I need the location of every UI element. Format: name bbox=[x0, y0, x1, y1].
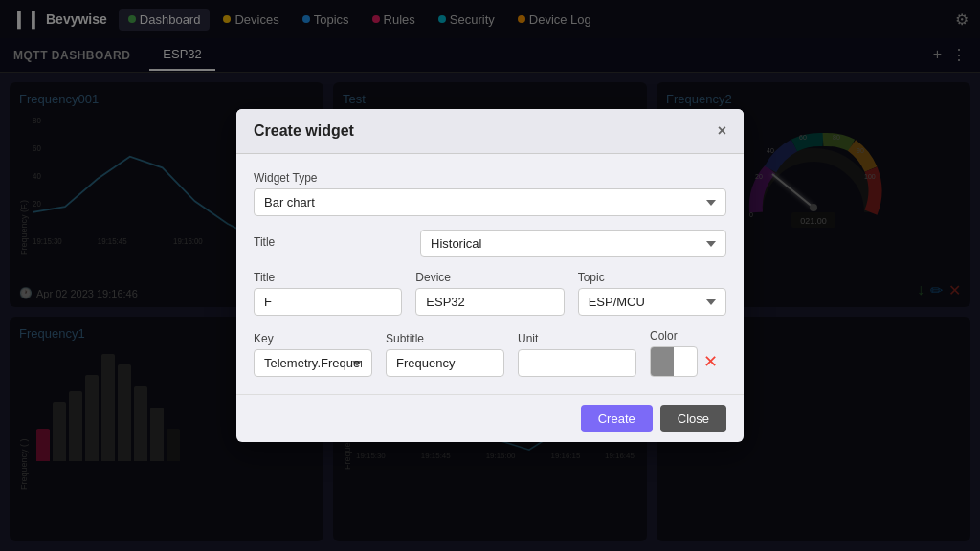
widget-type-select[interactable]: Bar chart Line chart Gauge Text bbox=[254, 188, 726, 216]
device-input[interactable] bbox=[415, 288, 564, 316]
subtitle-input[interactable] bbox=[386, 349, 504, 377]
topic-select[interactable]: ESP/MCU bbox=[578, 288, 726, 316]
key-select[interactable]: Telemetry.Frequency Telemetry.Temperatur… bbox=[254, 349, 372, 377]
row-title-device-topic: Title Device Topic ESP/MCU bbox=[254, 271, 726, 316]
key-field-group: Key Telemetry.Frequency Telemetry.Temper… bbox=[254, 332, 372, 377]
subtitle-field-group: Subtitle bbox=[386, 332, 504, 377]
unit-field-group: Unit bbox=[518, 332, 636, 377]
modal-overlay: Create widget × Widget Type Bar chart Li… bbox=[0, 0, 980, 551]
title-main-label: Title bbox=[254, 235, 407, 249]
row-key-subtitle-unit-color: Key Telemetry.Frequency Telemetry.Temper… bbox=[254, 329, 726, 377]
key-label: Key bbox=[254, 332, 372, 345]
modal-header: Create widget × bbox=[236, 109, 744, 154]
title-field-label: Title bbox=[254, 271, 402, 284]
title-input[interactable] bbox=[254, 288, 402, 316]
color-field-group: Color ✕ bbox=[650, 329, 726, 377]
topic-label: Topic bbox=[578, 271, 726, 284]
unit-input[interactable] bbox=[518, 349, 636, 377]
modal-title: Create widget bbox=[254, 122, 354, 140]
title-mode-select[interactable]: Historical Live bbox=[420, 230, 726, 257]
widget-type-row: Widget Type Bar chart Line chart Gauge T… bbox=[254, 171, 726, 216]
topic-field-group: Topic ESP/MCU bbox=[578, 271, 726, 316]
modal-body: Widget Type Bar chart Line chart Gauge T… bbox=[236, 154, 744, 394]
create-widget-modal: Create widget × Widget Type Bar chart Li… bbox=[236, 109, 744, 442]
color-swatch[interactable] bbox=[650, 346, 698, 377]
unit-label: Unit bbox=[518, 332, 636, 345]
modal-close-button[interactable]: × bbox=[718, 122, 726, 140]
widget-type-label: Widget Type bbox=[254, 171, 726, 185]
color-label: Color bbox=[650, 329, 726, 342]
close-button[interactable]: Close bbox=[660, 405, 726, 432]
title-mode-row: Title Historical Live bbox=[254, 230, 726, 257]
color-delete-button[interactable]: ✕ bbox=[703, 346, 718, 377]
device-label: Device bbox=[415, 271, 564, 284]
subtitle-label: Subtitle bbox=[386, 332, 504, 345]
title-field-group: Title bbox=[254, 271, 402, 316]
create-button[interactable]: Create bbox=[581, 405, 653, 432]
modal-footer: Create Close bbox=[236, 394, 744, 442]
device-field-group: Device bbox=[415, 271, 564, 316]
